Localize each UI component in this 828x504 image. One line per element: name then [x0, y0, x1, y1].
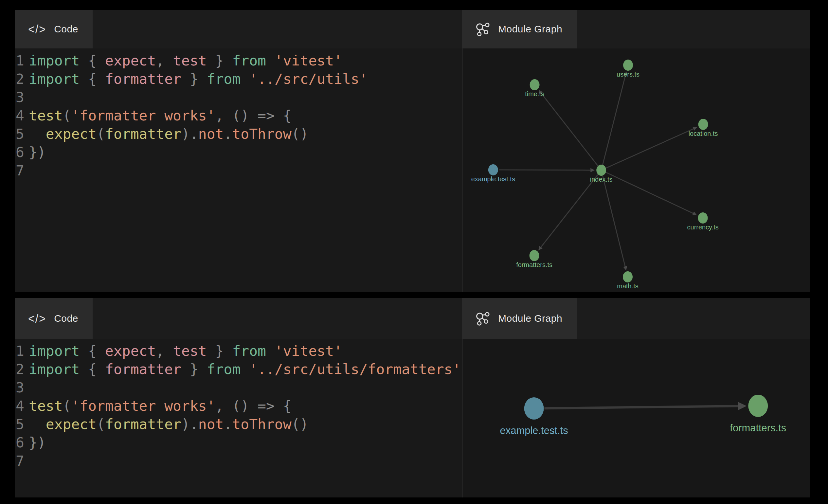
line-number: 7: [15, 161, 24, 180]
module-graph-svg: example.test.tsindex.tsusers.tstime.tslo…: [463, 48, 810, 292]
tab-code[interactable]: </> Code: [15, 10, 93, 48]
code-tab-strip: </> Code: [15, 298, 462, 339]
code-text: expect(formatter).not.toThrow(): [29, 125, 308, 143]
line-number: 1: [15, 51, 24, 70]
code-line: 3: [15, 88, 462, 107]
line-number: 2: [15, 360, 24, 378]
graph-tab-strip: Module Graph: [462, 298, 810, 339]
graph-arrowhead-icon: [738, 402, 746, 410]
graph-node-label: time.ts: [525, 90, 544, 97]
graph-node-formatters.ts[interactable]: [748, 395, 768, 417]
graph-node-label: math.ts: [617, 283, 638, 290]
code-line: 3: [15, 378, 462, 397]
code-text: test('formatter works', () => {: [29, 397, 292, 415]
graph-node-label: example.test.ts: [500, 425, 568, 436]
graph-edge: [607, 129, 694, 168]
code-text: }): [29, 433, 46, 452]
graph-arrowhead-icon: [590, 168, 595, 172]
tab-module-graph-label: Module Graph: [498, 24, 562, 35]
code-line: 6}): [15, 433, 462, 452]
code-text: import { formatter } from '../src/utils/…: [29, 360, 461, 378]
code-icon: </>: [28, 311, 46, 325]
code-line: 2import { formatter } from '../src/utils…: [15, 360, 462, 378]
code-line: 6}): [15, 143, 462, 161]
graph-edge: [603, 175, 625, 266]
graph-node-label: formatters.ts: [516, 261, 552, 268]
graph-node-label: index.ts: [590, 176, 613, 183]
graph-edge: [545, 406, 738, 409]
graph-node-label: example.test.ts: [471, 175, 515, 183]
code-line: 5 expect(formatter).not.toThrow(): [15, 415, 462, 433]
line-number: 3: [15, 88, 24, 107]
code-text: import { expect, test } from 'vitest': [29, 51, 342, 70]
code-line: 1import { expect, test } from 'vitest': [15, 51, 462, 70]
line-number: 4: [15, 397, 24, 415]
graph-node-users.ts[interactable]: [623, 59, 633, 71]
graph-edge: [603, 76, 625, 165]
code-panel: </> Code 1import { expect, test } from '…: [15, 298, 462, 498]
line-number: 6: [15, 433, 24, 452]
section-bottom: </> Code 1import { expect, test } from '…: [15, 298, 810, 498]
module-graph-panel: Module Graph example.test.tsformatters.t…: [462, 298, 810, 498]
main-content: </> Code 1import { expect, test } from '…: [15, 10, 810, 498]
code-text: import { expect, test } from 'vitest': [29, 342, 342, 360]
graph-node-math.ts[interactable]: [623, 271, 633, 283]
graph-node-label: location.ts: [689, 130, 718, 137]
graph-edge: [541, 174, 598, 247]
code-panel: </> Code 1import { expect, test } from '…: [15, 10, 462, 292]
module-graph-icon: [475, 22, 490, 37]
section-top: </> Code 1import { expect, test } from '…: [15, 10, 810, 292]
line-number: 5: [15, 125, 24, 143]
graph-edge: [541, 93, 598, 166]
code-tab-strip: </> Code: [15, 10, 462, 48]
code-line: 4test('formatter works', () => {: [15, 107, 462, 125]
tab-module-graph[interactable]: Module Graph: [462, 298, 577, 339]
graph-node-currency.ts[interactable]: [698, 212, 708, 223]
graph-node-label: currency.ts: [687, 223, 719, 231]
graph-edge: [607, 172, 693, 213]
module-graph-panel: Module Graph example.test.tsindex.tsuser…: [462, 10, 810, 292]
graph-node-example.test.ts[interactable]: [488, 164, 498, 175]
line-number: 3: [15, 378, 24, 397]
line-number: 2: [15, 70, 24, 88]
line-number: 7: [15, 452, 24, 470]
graph-node-example.test.ts[interactable]: [524, 397, 544, 420]
module-graph-canvas[interactable]: example.test.tsformatters.ts: [462, 339, 810, 498]
module-graph-icon: [475, 311, 490, 326]
module-graph-svg: example.test.tsformatters.ts: [463, 339, 810, 498]
graph-node-location.ts[interactable]: [698, 119, 708, 130]
code-text: import { formatter } from '../src/utils': [29, 70, 368, 88]
graph-node-label: users.ts: [617, 71, 639, 78]
code-text: expect(formatter).not.toThrow(): [29, 415, 308, 433]
line-number: 6: [15, 143, 24, 161]
code-line: 2import { formatter } from '../src/utils…: [15, 70, 462, 88]
graph-node-formatters.ts[interactable]: [530, 250, 539, 261]
tab-code-label: Code: [54, 313, 78, 324]
code-editor[interactable]: 1import { expect, test } from 'vitest'2i…: [15, 48, 462, 292]
code-icon: </>: [28, 22, 46, 36]
code-line: 7: [15, 161, 462, 180]
code-line: 4test('formatter works', () => {: [15, 397, 462, 415]
line-number: 1: [15, 342, 24, 360]
line-number: 5: [15, 415, 24, 433]
tab-module-graph[interactable]: Module Graph: [462, 10, 577, 48]
code-editor[interactable]: 1import { expect, test } from 'vitest'2i…: [15, 339, 462, 498]
tab-module-graph-label: Module Graph: [498, 313, 562, 324]
graph-node-time.ts[interactable]: [530, 79, 540, 90]
graph-node-label: formatters.ts: [730, 422, 786, 434]
graph-node-index.ts[interactable]: [596, 165, 606, 176]
graph-tab-strip: Module Graph: [462, 10, 810, 48]
code-text: }): [29, 143, 46, 161]
code-text: test('formatter works', () => {: [29, 107, 292, 125]
graph-arrowhead-icon: [623, 266, 627, 270]
line-number: 4: [15, 107, 24, 125]
module-graph-canvas[interactable]: example.test.tsindex.tsusers.tstime.tslo…: [462, 48, 810, 292]
code-line: 7: [15, 452, 462, 470]
tab-code-label: Code: [54, 24, 78, 35]
app-window: </> Code 1import { expect, test } from '…: [0, 0, 828, 504]
code-line: 1import { expect, test } from 'vitest': [15, 342, 462, 360]
tab-code[interactable]: </> Code: [15, 298, 93, 339]
code-line: 5 expect(formatter).not.toThrow(): [15, 125, 462, 143]
